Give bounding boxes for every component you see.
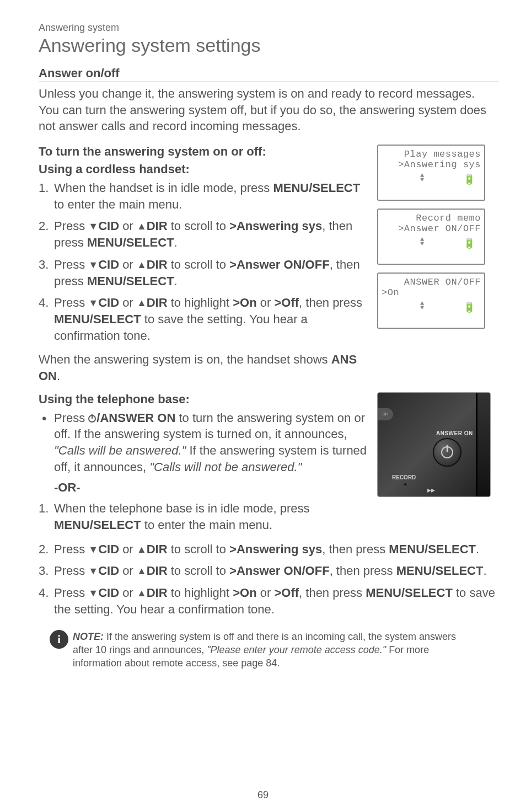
lcd-line: >Answer ON/OFF <box>382 223 481 234</box>
down-triangle-icon: ▼ <box>88 220 98 233</box>
handset-step-1: When the handset is in idle mode, press … <box>39 180 369 212</box>
text: or <box>119 219 137 233</box>
base-bullet-list: Press /ANSWER ON to turn the answering s… <box>39 410 369 476</box>
down-triangle-icon: ▼ <box>88 586 98 600</box>
note-block: i NOTE: If the answering system is off a… <box>39 630 498 670</box>
record-label: RECORD <box>392 474 416 480</box>
dir-label: DIR <box>147 258 168 271</box>
base-step-4: Press ▼CID or ▲DIR to highlight >On or >… <box>39 585 498 617</box>
battery-icon: 🔋 <box>463 173 475 185</box>
breadcrumb: Answering system <box>39 22 498 34</box>
note-text: NOTE: If the answering system is off and… <box>73 630 476 670</box>
text: . <box>57 369 60 383</box>
text: or <box>257 586 275 600</box>
text: or <box>257 296 275 309</box>
dir-label: DIR <box>147 586 168 600</box>
text: . <box>483 564 486 578</box>
cid-label: CID <box>98 542 119 556</box>
note-label: NOTE: <box>73 631 104 642</box>
handset-result: When the answering system is on, the han… <box>39 351 369 384</box>
lcd-line: Play messages <box>382 149 481 159</box>
power-icon <box>441 446 453 458</box>
text: , then press <box>322 542 389 556</box>
dir-label: DIR <box>147 564 168 578</box>
text: . <box>476 542 479 556</box>
base-tab: SH <box>378 408 393 420</box>
base-subheading: Using the telephone base: <box>39 392 369 407</box>
lcd-line: >On <box>382 287 481 298</box>
power-icon <box>88 415 96 423</box>
handset-subheading: Using a cordless handset: <box>39 162 369 177</box>
info-icon: i <box>50 630 68 649</box>
text: to highlight <box>168 586 233 600</box>
up-triangle-icon: ▲ <box>137 543 147 556</box>
text: Press <box>54 219 88 233</box>
text: , then press <box>299 296 362 309</box>
text: When the telephone base is in idle mode,… <box>54 501 310 515</box>
key-menu-select: MENU/SELECT <box>54 518 141 532</box>
battery-icon: 🔋 <box>463 237 475 249</box>
text: , then press <box>299 586 366 600</box>
text: Press <box>54 586 88 600</box>
text: When the handset is in idle mode, press <box>54 181 273 195</box>
menu-target: >Answer ON/OFF <box>229 258 330 271</box>
cid-label: CID <box>98 258 119 271</box>
text: to scroll to <box>168 564 229 578</box>
lcd-line: Record memo <box>382 213 481 223</box>
text: Press <box>54 258 88 271</box>
updown-icon: ▲▼ <box>420 237 424 249</box>
handset-step-3: Press ▼CID or ▲DIR to scroll to >Answer … <box>39 257 369 289</box>
text: or <box>119 296 137 309</box>
base-steps: When the telephone base is in idle mode,… <box>39 500 369 533</box>
base-step-2: Press ▼CID or ▲DIR to scroll to >Answeri… <box>39 541 498 558</box>
section-intro: Unless you change it, the answering syst… <box>39 86 491 135</box>
text: or <box>119 258 137 271</box>
text: to scroll to <box>168 258 229 271</box>
off-option: >Off <box>274 296 299 309</box>
key-menu-select: MENU/SELECT <box>87 274 174 288</box>
base-step-1: When the telephone base is in idle mode,… <box>39 500 369 533</box>
dir-label: DIR <box>147 296 168 309</box>
lcd-screen-1: Play messages >Answering sys ▲▼ 🔋 <box>377 145 485 201</box>
key-menu-select: MENU/SELECT <box>273 181 360 195</box>
text: Press <box>54 296 88 309</box>
text: Press <box>54 542 88 556</box>
quote: "Please enter your remote access code." <box>207 644 386 655</box>
up-triangle-icon: ▲ <box>137 220 147 233</box>
updown-icon: ▲▼ <box>420 301 424 313</box>
base-steps-cont: Press ▼CID or ▲DIR to scroll to >Answeri… <box>39 541 498 618</box>
cid-label: CID <box>98 296 119 309</box>
up-triangle-icon: ▲ <box>137 296 147 309</box>
on-option: >On <box>233 296 256 309</box>
text: or <box>119 586 137 600</box>
lcd-line: >Answering sys <box>382 159 481 170</box>
dir-label: DIR <box>147 542 168 556</box>
key-menu-select: MENU/SELECT <box>396 564 484 578</box>
cid-label: CID <box>98 586 119 600</box>
handset-step-2: Press ▼CID or ▲DIR to scroll to >Answeri… <box>39 218 369 250</box>
base-edge <box>476 393 490 496</box>
text: Press <box>54 411 88 425</box>
fastforward-icon: ▸▸ <box>427 485 435 494</box>
menu-target: >Answer ON/OFF <box>229 564 330 578</box>
on-option: >On <box>233 586 256 600</box>
cid-label: CID <box>98 219 119 233</box>
text: Press <box>54 564 88 578</box>
text: , then press <box>330 564 396 578</box>
text: or <box>119 542 137 556</box>
text: to enter the main menu. <box>54 197 182 211</box>
base-bullet: Press /ANSWER ON to turn the answering s… <box>39 410 369 476</box>
text: or <box>119 564 137 578</box>
updown-icon: ▲▼ <box>420 173 424 185</box>
power-button <box>433 438 461 467</box>
menu-target: >Answering sys <box>229 542 322 556</box>
cid-label: CID <box>98 564 119 578</box>
text: to enter the main menu. <box>141 518 272 532</box>
text: . <box>174 274 178 288</box>
menu-target: >Answering sys <box>229 219 322 233</box>
off-option: >Off <box>274 586 299 600</box>
page-number: 69 <box>0 789 526 801</box>
base-step-3: Press ▼CID or ▲DIR to scroll to >Answer … <box>39 563 498 579</box>
down-triangle-icon: ▼ <box>88 543 98 556</box>
up-triangle-icon: ▲ <box>137 564 147 578</box>
